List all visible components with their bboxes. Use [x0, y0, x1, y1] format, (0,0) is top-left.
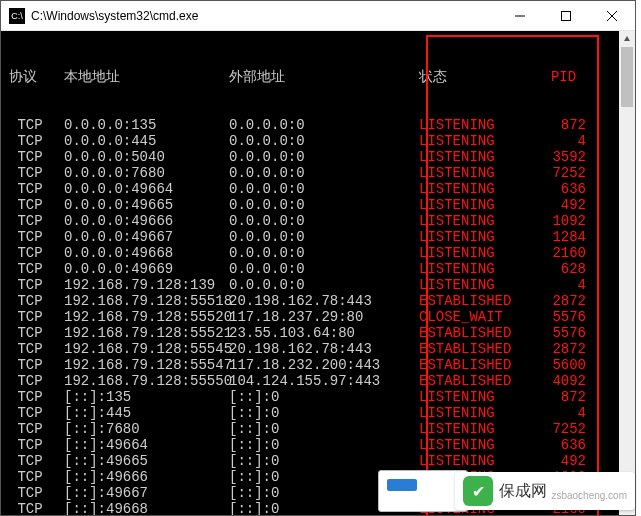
cell-state: LISTENING — [419, 229, 541, 245]
scrollbar-track[interactable] — [619, 47, 635, 499]
scrollbar-thumb[interactable] — [621, 47, 633, 107]
netstat-row: TCP0.0.0.0:496690.0.0.0:0LISTENING628 — [9, 261, 627, 277]
cell-state: LISTENING — [419, 421, 541, 437]
cell-proto: TCP — [9, 405, 64, 421]
cell-proto: TCP — [9, 373, 64, 389]
cell-pid: 4 — [541, 133, 586, 149]
cell-local: 0.0.0.0:49664 — [64, 181, 229, 197]
cell-local: 192.168.79.128:55550 — [64, 373, 229, 389]
cell-state: LISTENING — [419, 149, 541, 165]
cell-proto: TCP — [9, 357, 64, 373]
cell-local: 192.168.79.128:55520 — [64, 309, 229, 325]
netstat-row: TCP0.0.0.0:496660.0.0.0:0LISTENING1092 — [9, 213, 627, 229]
minimize-button[interactable] — [497, 1, 543, 30]
cell-pid: 7252 — [541, 421, 586, 437]
header-local: 本地地址 — [64, 69, 229, 85]
svg-marker-4 — [624, 36, 630, 41]
cell-local: [::]:49664 — [64, 437, 229, 453]
watermark-text: 保成网 — [499, 481, 547, 502]
cell-pid: 5600 — [541, 357, 586, 373]
cell-pid: 7252 — [541, 165, 586, 181]
cell-pid: 628 — [541, 261, 586, 277]
cell-pid: 2872 — [541, 341, 586, 357]
cell-pid: 4092 — [541, 373, 586, 389]
netstat-row: TCP192.168.79.128:5552123.55.103.64:80ES… — [9, 325, 627, 341]
cell-proto: TCP — [9, 341, 64, 357]
netstat-row: TCP192.168.79.128:55550104.124.155.97:44… — [9, 373, 627, 389]
console-area[interactable]: 协议 本地地址 外部地址 状态 PID TCP0.0.0.0:1350.0.0.… — [1, 31, 635, 515]
cell-local: 0.0.0.0:445 — [64, 133, 229, 149]
cell-local: 192.168.79.128:55547 — [64, 357, 229, 373]
maximize-button[interactable] — [543, 1, 589, 30]
netstat-row: TCP0.0.0.0:50400.0.0.0:0LISTENING3592 — [9, 149, 627, 165]
cell-proto: TCP — [9, 325, 64, 341]
titlebar[interactable]: C:\ C:\Windows\system32\cmd.exe — [1, 1, 635, 31]
netstat-row: TCP[::]:7680[::]:0LISTENING7252 — [9, 421, 627, 437]
netstat-row: TCP0.0.0.0:4450.0.0.0:0LISTENING4 — [9, 133, 627, 149]
cell-local: [::]:445 — [64, 405, 229, 421]
netstat-row: TCP[::]:49664[::]:0LISTENING636 — [9, 437, 627, 453]
cell-pid: 3592 — [541, 149, 586, 165]
cell-proto: TCP — [9, 229, 64, 245]
cell-proto: TCP — [9, 133, 64, 149]
window-title: C:\Windows\system32\cmd.exe — [31, 9, 497, 23]
cell-proto: TCP — [9, 437, 64, 453]
netstat-row: TCP0.0.0.0:496670.0.0.0:0LISTENING1284 — [9, 229, 627, 245]
cell-proto: TCP — [9, 213, 64, 229]
cell-proto: TCP — [9, 261, 64, 277]
cmd-icon: C:\ — [9, 8, 25, 24]
cell-foreign: 0.0.0.0:0 — [229, 261, 419, 277]
cell-state: LISTENING — [419, 437, 541, 453]
cell-proto: TCP — [9, 421, 64, 437]
netstat-row: TCP[::]:445[::]:0LISTENING4 — [9, 405, 627, 421]
cell-foreign: 0.0.0.0:0 — [229, 165, 419, 181]
cell-foreign: 0.0.0.0:0 — [229, 181, 419, 197]
close-button[interactable] — [589, 1, 635, 30]
cell-local: [::]:7680 — [64, 421, 229, 437]
netstat-row: TCP0.0.0.0:496680.0.0.0:0LISTENING2160 — [9, 245, 627, 261]
header-pid: PID — [541, 69, 586, 85]
cell-pid: 636 — [541, 181, 586, 197]
cell-local: [::]:135 — [64, 389, 229, 405]
cell-pid: 4 — [541, 277, 586, 293]
netstat-row: TCP192.168.79.128:1390.0.0.0:0LISTENING4 — [9, 277, 627, 293]
cell-pid: 2160 — [541, 245, 586, 261]
cell-pid: 636 — [541, 437, 586, 453]
cell-proto: TCP — [9, 501, 64, 515]
cell-state: ESTABLISHED — [419, 325, 541, 341]
cell-pid: 5576 — [541, 325, 586, 341]
netstat-row: TCP192.168.79.128:55547117.18.232.200:44… — [9, 357, 627, 373]
cell-local: 0.0.0.0:5040 — [64, 149, 229, 165]
cell-state: LISTENING — [419, 181, 541, 197]
netstat-row: TCP0.0.0.0:76800.0.0.0:0LISTENING7252 — [9, 165, 627, 181]
cell-foreign: 0.0.0.0:0 — [229, 117, 419, 133]
cell-state: ESTABLISHED — [419, 357, 541, 373]
netstat-row: TCP192.168.79.128:55520117.18.237.29:80C… — [9, 309, 627, 325]
cell-local: 0.0.0.0:49669 — [64, 261, 229, 277]
cell-proto: TCP — [9, 245, 64, 261]
cell-state: LISTENING — [419, 277, 541, 293]
vertical-scrollbar[interactable] — [619, 31, 635, 515]
cell-foreign: 0.0.0.0:0 — [229, 245, 419, 261]
cell-local: [::]:49666 — [64, 469, 229, 485]
cell-foreign: [::]:0 — [229, 421, 419, 437]
cell-state: CLOSE_WAIT — [419, 309, 541, 325]
svg-line-3 — [607, 11, 617, 21]
cell-foreign: [::]:0 — [229, 437, 419, 453]
cell-state: LISTENING — [419, 453, 541, 469]
cell-foreign: 117.18.232.200:443 — [229, 357, 419, 373]
cell-proto: TCP — [9, 389, 64, 405]
cell-local: [::]:49665 — [64, 453, 229, 469]
cell-proto: TCP — [9, 309, 64, 325]
cell-foreign: 20.198.162.78:443 — [229, 341, 419, 357]
cell-state: LISTENING — [419, 213, 541, 229]
cell-pid: 492 — [541, 197, 586, 213]
cell-pid: 2872 — [541, 293, 586, 309]
cell-state: LISTENING — [419, 261, 541, 277]
watermark: 保成网 zsbaocheng.com — [455, 472, 635, 510]
scroll-up-button[interactable] — [619, 31, 635, 47]
cell-local: 0.0.0.0:49667 — [64, 229, 229, 245]
cell-local: 192.168.79.128:139 — [64, 277, 229, 293]
titlebar-buttons — [497, 1, 635, 30]
cell-foreign: [::]:0 — [229, 389, 419, 405]
